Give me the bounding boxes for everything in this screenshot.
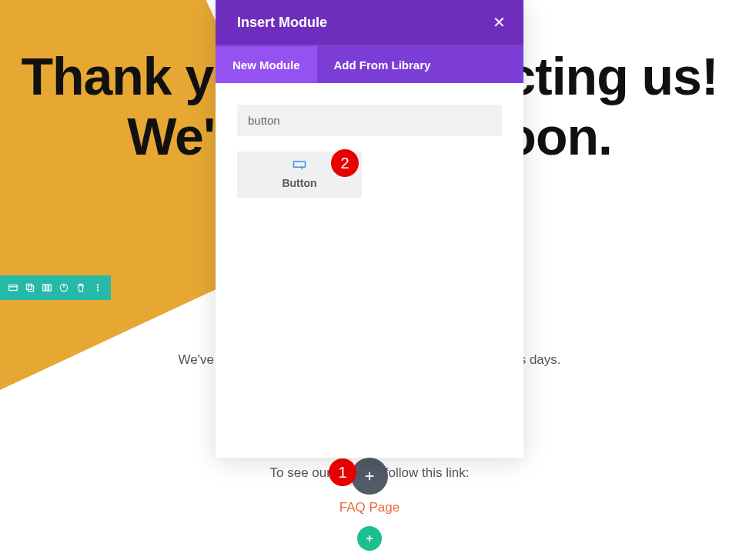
power-icon[interactable] bbox=[55, 275, 72, 300]
modal-title: Insert Module bbox=[237, 15, 327, 31]
button-module-icon bbox=[293, 160, 306, 174]
modal-body: Button bbox=[216, 83, 523, 219]
module-label: Button bbox=[282, 177, 316, 189]
modal-header: Insert Module ✕ bbox=[216, 0, 523, 46]
row-toolbar bbox=[0, 275, 111, 300]
search-input[interactable] bbox=[237, 105, 502, 136]
faq-link[interactable]: FAQ Page bbox=[0, 500, 739, 515]
module-grid: Button bbox=[237, 152, 502, 198]
svg-rect-0 bbox=[9, 285, 18, 291]
svg-point-10 bbox=[97, 289, 99, 291]
svg-point-8 bbox=[97, 284, 99, 285]
annotation-2: 2 bbox=[331, 149, 359, 177]
delete-icon[interactable] bbox=[72, 275, 89, 300]
duplicate-icon[interactable] bbox=[22, 275, 38, 300]
svg-rect-3 bbox=[43, 285, 45, 291]
svg-rect-4 bbox=[46, 285, 48, 291]
tab-new-module[interactable]: New Module bbox=[216, 46, 317, 83]
more-icon[interactable] bbox=[89, 275, 106, 300]
insert-module-modal: Insert Module ✕ New Module Add From Libr… bbox=[216, 0, 523, 458]
add-module-button[interactable] bbox=[357, 526, 382, 551]
tab-add-from-library[interactable]: Add From Library bbox=[317, 46, 448, 83]
annotation-1: 1 bbox=[329, 458, 356, 486]
svg-rect-15 bbox=[294, 162, 306, 168]
modal-tabs: New Module Add From Library bbox=[216, 46, 523, 83]
svg-rect-1 bbox=[28, 286, 34, 292]
add-section-button[interactable] bbox=[351, 458, 388, 495]
close-icon[interactable]: ✕ bbox=[490, 13, 508, 32]
svg-point-9 bbox=[97, 287, 99, 288]
columns-icon[interactable] bbox=[38, 275, 55, 300]
svg-rect-5 bbox=[48, 285, 51, 291]
svg-rect-2 bbox=[26, 284, 32, 289]
row-settings-icon[interactable] bbox=[5, 275, 22, 300]
